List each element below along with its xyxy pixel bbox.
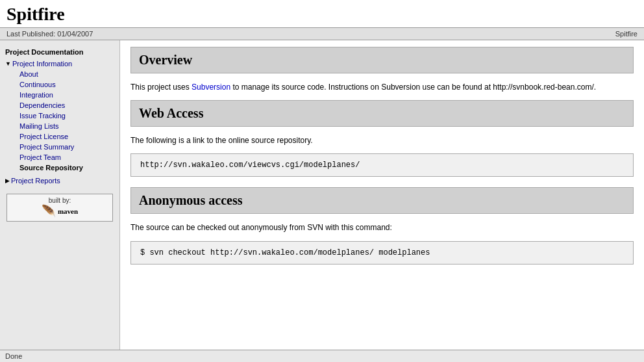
app-title: Spitfire [6, 4, 638, 25]
subtitle-bar: Last Published: 01/04/2007 Spitfire [0, 28, 644, 40]
web-access-heading: Web Access [139, 106, 625, 121]
sidebar-item-project-summary[interactable]: Project Summary [0, 142, 119, 152]
sidebar-section-title: Project Documentation [0, 45, 119, 58]
sidebar-item-project-team[interactable]: Project Team [0, 152, 119, 162]
sidebar-item-project-reports[interactable]: Project Reports [11, 177, 60, 185]
sidebar-item-project-information[interactable]: Project Information [12, 60, 72, 68]
status-bar: Done [0, 350, 644, 362]
sidebar-item-continuous[interactable]: Continuous [0, 79, 119, 90]
title-bar: Spitfire [0, 0, 644, 28]
web-access-url: http://svn.wakaleo.com/viewcvs.cgi/model… [130, 153, 634, 177]
sidebar-item-about[interactable]: About [0, 69, 119, 79]
maven-label: maven [58, 207, 78, 215]
sidebar-item-mailing-lists[interactable]: Mailing Lists [0, 121, 119, 131]
sidebar-item-source-repository[interactable]: Source Repository [0, 162, 119, 173]
maven-icon: 🪶 [42, 204, 56, 218]
arrow-icon-project-info: ▼ [5, 60, 11, 67]
main-layout: Project Documentation ▼ Project Informat… [0, 40, 644, 350]
maven-badge: built by: 🪶 maven [6, 194, 113, 222]
published-date: Last Published: 01/04/2007 [6, 30, 93, 38]
overview-section-heading: Overview [130, 47, 634, 73]
overview-text: This project uses Subversion to manage i… [130, 81, 634, 94]
subversion-link[interactable]: Subversion [192, 83, 230, 92]
web-access-section-heading: Web Access [130, 100, 634, 127]
sidebar-item-issue-tracking[interactable]: Issue Tracking [0, 110, 119, 121]
anonymous-access-section-heading: Anonymous access [130, 187, 634, 214]
anonymous-access-heading: Anonymous access [139, 193, 625, 208]
sidebar-group-project-info: ▼ Project Information About Continuous I… [0, 58, 119, 175]
arrow-icon-project-reports: ▶ [5, 177, 10, 184]
maven-logo-area: 🪶 maven [42, 204, 78, 218]
sidebar-item-integration[interactable]: Integration [0, 90, 119, 100]
sidebar-item-dependencies[interactable]: Dependencies [0, 100, 119, 110]
built-by-label: built by: [49, 197, 71, 204]
anonymous-access-text: The source can be checked out anonymousl… [130, 222, 634, 234]
status-text: Done [5, 352, 22, 360]
content-area: Overview This project uses Subversion to… [120, 40, 644, 350]
web-access-text: The following is a link to the online so… [130, 135, 634, 147]
sidebar: Project Documentation ▼ Project Informat… [0, 40, 120, 350]
sidebar-item-project-license[interactable]: Project License [0, 131, 119, 142]
overview-heading: Overview [139, 53, 625, 68]
anonymous-access-command: $ svn checkout http://svn.wakaleo.com/mo… [130, 241, 634, 265]
breadcrumb: Spitfire [615, 30, 638, 38]
